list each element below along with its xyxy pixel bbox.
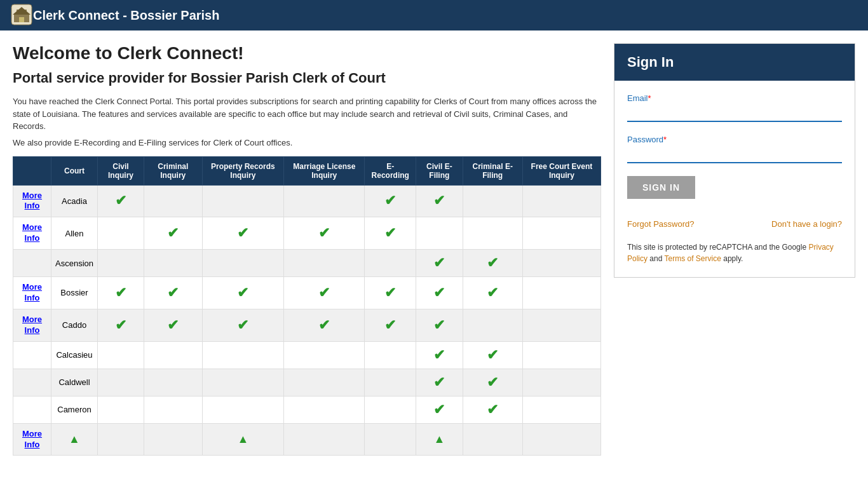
cell-civil-efiling: ▲ xyxy=(416,423,463,456)
table-row: MoreInfoAllen✔✔✔✔ xyxy=(13,217,601,250)
cell-property-records: ✔ xyxy=(202,309,284,341)
cell-erecording xyxy=(365,423,416,456)
app-header: Clerk Connect - Bossier Parish xyxy=(0,0,868,30)
more-info-cell xyxy=(13,250,51,277)
more-info-cell xyxy=(13,396,51,423)
sign-in-title: Sign In xyxy=(627,54,674,70)
cell-civil-efiling: ✔ xyxy=(416,185,463,217)
col-more-info xyxy=(13,156,51,185)
table-row: Caldwell✔✔ xyxy=(13,369,601,396)
table-row: Cameron✔✔ xyxy=(13,396,601,423)
cell-free-event xyxy=(522,369,600,396)
more-info-link[interactable]: MoreInfo xyxy=(22,429,42,449)
cell-criminal-inquiry xyxy=(144,185,202,217)
cell-criminal-efiling: ✔ xyxy=(463,369,522,396)
portal-heading: Portal service provider for Bossier Pari… xyxy=(13,70,601,86)
cell-criminal-inquiry xyxy=(144,423,202,456)
cell-free-event xyxy=(522,396,600,423)
cell-criminal-efiling: ✔ xyxy=(463,341,522,369)
court-name: ▲ xyxy=(51,423,98,456)
terms-of-service-link[interactable]: Terms of Service xyxy=(665,254,721,263)
cell-criminal-inquiry: ✔ xyxy=(144,309,202,341)
forgot-password-link[interactable]: Forgot Password? xyxy=(627,219,695,229)
cell-erecording: ✔ xyxy=(365,217,416,250)
cell-free-event xyxy=(522,309,600,341)
table-row: MoreInfo▲▲▲ xyxy=(13,423,601,456)
cell-criminal-efiling xyxy=(463,217,522,250)
table-row: MoreInfoCaddo✔✔✔✔✔✔ xyxy=(13,309,601,341)
court-name: Allen xyxy=(51,217,98,250)
password-group: Password* xyxy=(627,135,842,163)
col-free-event: Free Court Event Inquiry xyxy=(522,156,600,185)
cell-erecording: ✔ xyxy=(365,185,416,217)
cell-property-records xyxy=(202,341,284,369)
col-marriage-license: Marriage License Inquiry xyxy=(284,156,365,185)
cell-civil-inquiry xyxy=(97,217,144,250)
more-info-cell[interactable]: MoreInfo xyxy=(13,277,51,309)
court-name: Acadia xyxy=(51,185,98,217)
col-property-records: Property Records Inquiry xyxy=(202,156,284,185)
cell-criminal-inquiry: ✔ xyxy=(144,277,202,309)
court-name: Caldwell xyxy=(51,369,98,396)
description-paragraph2: We also provide E-Recording and E-Filing… xyxy=(13,138,601,147)
cell-criminal-inquiry xyxy=(144,396,202,423)
cell-civil-inquiry: ✔ xyxy=(97,185,144,217)
left-content: Welcome to Clerk Connect! Portal service… xyxy=(13,43,601,456)
col-civil-inquiry: Civil Inquiry xyxy=(97,156,144,185)
email-group: Email* xyxy=(627,93,842,122)
no-login-link[interactable]: Don't have a login? xyxy=(771,219,842,229)
cell-marriage-license: ✔ xyxy=(284,277,365,309)
more-info-link[interactable]: MoreInfo xyxy=(22,282,42,302)
cell-criminal-efiling xyxy=(463,309,522,341)
cell-civil-efiling: ✔ xyxy=(416,250,463,277)
table-header-row: Court Civil Inquiry Criminal Inquiry Pro… xyxy=(13,156,601,185)
recaptcha-notice: This site is protected by reCAPTCHA and … xyxy=(627,241,842,264)
app-logo xyxy=(10,3,33,28)
cell-erecording: ✔ xyxy=(365,309,416,341)
col-court: Court xyxy=(51,156,98,185)
cell-civil-inquiry xyxy=(97,396,144,423)
cell-free-event xyxy=(522,217,600,250)
col-criminal-efiling: Criminal E-Filing xyxy=(463,156,522,185)
more-info-cell[interactable]: MoreInfo xyxy=(13,217,51,250)
cell-property-records: ✔ xyxy=(202,277,284,309)
sign-in-header: Sign In xyxy=(614,44,855,81)
password-label: Password* xyxy=(627,135,842,144)
table-row: MoreInfoBossier✔✔✔✔✔✔✔ xyxy=(13,277,601,309)
col-erecording: E-Recording xyxy=(365,156,416,185)
cell-property-records: ▲ xyxy=(202,423,284,456)
cell-free-event xyxy=(522,277,600,309)
cell-marriage-license xyxy=(284,369,365,396)
court-name: Cameron xyxy=(51,396,98,423)
cell-criminal-efiling: ✔ xyxy=(463,250,522,277)
more-info-link[interactable]: MoreInfo xyxy=(22,191,42,211)
cell-civil-efiling xyxy=(416,217,463,250)
more-info-cell[interactable]: MoreInfo xyxy=(13,309,51,341)
services-table: Court Civil Inquiry Criminal Inquiry Pro… xyxy=(13,156,601,456)
cell-marriage-license xyxy=(284,250,365,277)
table-row: Calcasieu✔✔ xyxy=(13,341,601,369)
court-name: Calcasieu xyxy=(51,341,98,369)
cell-civil-inquiry xyxy=(97,341,144,369)
table-row: Ascension✔✔ xyxy=(13,250,601,277)
cell-civil-efiling: ✔ xyxy=(416,396,463,423)
description-paragraph1: You have reached the Clerk Connect Porta… xyxy=(13,95,601,133)
court-name: Bossier xyxy=(51,277,98,309)
cell-property-records xyxy=(202,369,284,396)
sign-in-button[interactable]: SIGN IN xyxy=(627,176,695,199)
court-name: Caddo xyxy=(51,309,98,341)
more-info-cell[interactable]: MoreInfo xyxy=(13,423,51,456)
col-civil-efiling: Civil E-Filing xyxy=(416,156,463,185)
more-info-link[interactable]: MoreInfo xyxy=(22,315,42,335)
password-input[interactable] xyxy=(627,147,842,163)
cell-marriage-license xyxy=(284,423,365,456)
cell-civil-inquiry: ✔ xyxy=(97,309,144,341)
cell-marriage-license xyxy=(284,396,365,423)
cell-free-event xyxy=(522,250,600,277)
email-input[interactable] xyxy=(627,105,842,122)
sign-in-body: Email* Password* SIGN IN Forgot Password… xyxy=(614,81,855,277)
cell-criminal-efiling xyxy=(463,185,522,217)
more-info-link[interactable]: MoreInfo xyxy=(22,222,42,243)
cell-marriage-license xyxy=(284,341,365,369)
more-info-cell[interactable]: MoreInfo xyxy=(13,185,51,217)
